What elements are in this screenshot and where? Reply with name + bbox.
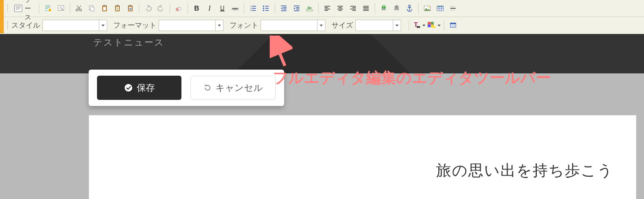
clipboard-word-icon: W: [126, 4, 134, 12]
hr-button[interactable]: [447, 2, 459, 14]
unordered-list-button[interactable]: [260, 2, 272, 14]
font-label: フォント: [230, 20, 258, 30]
font-dropdown[interactable]: [317, 20, 325, 31]
format-dropdown[interactable]: [215, 20, 223, 31]
svg-rect-61: [306, 10, 313, 11]
separator: [444, 20, 444, 31]
unlink-button[interactable]: [391, 2, 403, 14]
div-button[interactable]: div: [303, 2, 316, 14]
text-color-dropdown[interactable]: [421, 20, 427, 30]
italic-button[interactable]: I: [203, 2, 216, 14]
svg-marker-106: [422, 25, 425, 26]
chevron-down-icon: [395, 23, 399, 27]
toolbar-grip[interactable]: [7, 20, 9, 31]
strike-button[interactable]: ABC: [229, 2, 241, 14]
size-combo[interactable]: [355, 20, 401, 31]
table-button[interactable]: [434, 2, 446, 14]
source-button[interactable]: ソース: [11, 2, 37, 14]
cut-button[interactable]: [73, 2, 85, 14]
new-page-icon: ★: [44, 4, 52, 12]
image-icon: [423, 4, 431, 12]
link-icon: [380, 4, 388, 12]
cancel-button[interactable]: キャンセル: [191, 76, 276, 100]
maximize-button[interactable]: [447, 19, 459, 31]
align-center-button[interactable]: [334, 2, 346, 14]
bg-color-dropdown[interactable]: [436, 20, 442, 30]
align-left-button[interactable]: [321, 2, 333, 14]
separator: [318, 3, 319, 14]
svg-marker-103: [395, 25, 399, 26]
svg-marker-59: [294, 7, 295, 9]
paste-word-button[interactable]: W: [124, 2, 136, 14]
anchor-button[interactable]: [403, 2, 416, 14]
font-value: [261, 20, 317, 31]
style-combo[interactable]: [42, 20, 107, 31]
outdent-button[interactable]: [278, 2, 290, 14]
paste-text-button[interactable]: T: [111, 2, 123, 14]
svg-rect-108: [428, 22, 431, 25]
svg-rect-6: [46, 7, 49, 8]
content-headline[interactable]: 旅の思い出を持ち歩こう: [436, 160, 613, 181]
svg-text:★: ★: [49, 9, 51, 11]
align-justify-button[interactable]: [360, 2, 372, 14]
toolbar-row-2: スタイル フォーマット フォント サイズ T: [0, 17, 644, 34]
svg-marker-101: [218, 25, 221, 26]
maximize-icon: [449, 21, 457, 30]
undo-button[interactable]: [142, 2, 154, 14]
text-color-button[interactable]: T: [411, 20, 427, 30]
copy-button[interactable]: [86, 2, 98, 14]
toolbar-grip[interactable]: [7, 3, 9, 14]
remove-format-button[interactable]: [173, 2, 185, 14]
size-dropdown[interactable]: [393, 20, 401, 31]
image-button[interactable]: [421, 2, 433, 14]
italic-icon: I: [205, 4, 214, 12]
bg-color-button[interactable]: [427, 20, 442, 30]
source-label: ソース: [25, 0, 34, 22]
svg-text:div: div: [307, 6, 312, 10]
svg-rect-20: [103, 5, 106, 6]
annotation-arrow-icon: [270, 36, 292, 70]
separator: [275, 3, 275, 14]
save-button[interactable]: 保存: [97, 76, 181, 100]
separator: [188, 3, 188, 14]
svg-rect-115: [450, 23, 456, 24]
separator: [70, 3, 70, 14]
redo-button[interactable]: [155, 2, 167, 14]
svg-marker-113: [438, 25, 441, 26]
underline-button[interactable]: U: [216, 2, 228, 14]
size-value: [356, 20, 393, 31]
format-label: フォーマット: [113, 20, 156, 30]
svg-rect-5: [46, 6, 49, 7]
redo-icon: [157, 4, 165, 12]
svg-point-118: [125, 84, 132, 92]
svg-rect-18: [91, 7, 94, 11]
font-combo[interactable]: [261, 20, 325, 31]
separator: [418, 3, 419, 14]
undo-circle-icon: [203, 84, 212, 92]
new-page-button[interactable]: ★: [42, 2, 54, 14]
bold-button[interactable]: B: [191, 2, 203, 14]
style-dropdown[interactable]: [99, 20, 107, 31]
preview-button[interactable]: [55, 2, 67, 14]
svg-point-46: [263, 10, 264, 11]
svg-rect-85: [397, 9, 399, 10]
svg-rect-23: [116, 5, 119, 6]
separator: [375, 3, 375, 14]
align-right-button[interactable]: [347, 2, 359, 14]
link-button[interactable]: [378, 2, 390, 14]
text-color-icon: T: [411, 20, 421, 30]
toolbar-accent: [0, 0, 4, 33]
bold-icon: B: [192, 4, 201, 12]
ordered-list-button[interactable]: 123: [247, 2, 259, 14]
svg-text:B: B: [194, 4, 199, 12]
indent-button[interactable]: [291, 2, 303, 14]
content-canvas[interactable]: 旅の思い出を持ち歩こう: [89, 115, 636, 199]
paste-button[interactable]: [98, 2, 111, 14]
table-icon: [436, 4, 444, 12]
copy-icon: [88, 4, 96, 12]
editor-toolbar: ソース ★ T W B I U ABC 123 div: [0, 0, 644, 34]
svg-marker-100: [102, 25, 105, 26]
clipboard-icon: [100, 4, 109, 12]
format-combo[interactable]: [159, 20, 224, 31]
breadcrumb: テストニュース: [93, 36, 164, 48]
